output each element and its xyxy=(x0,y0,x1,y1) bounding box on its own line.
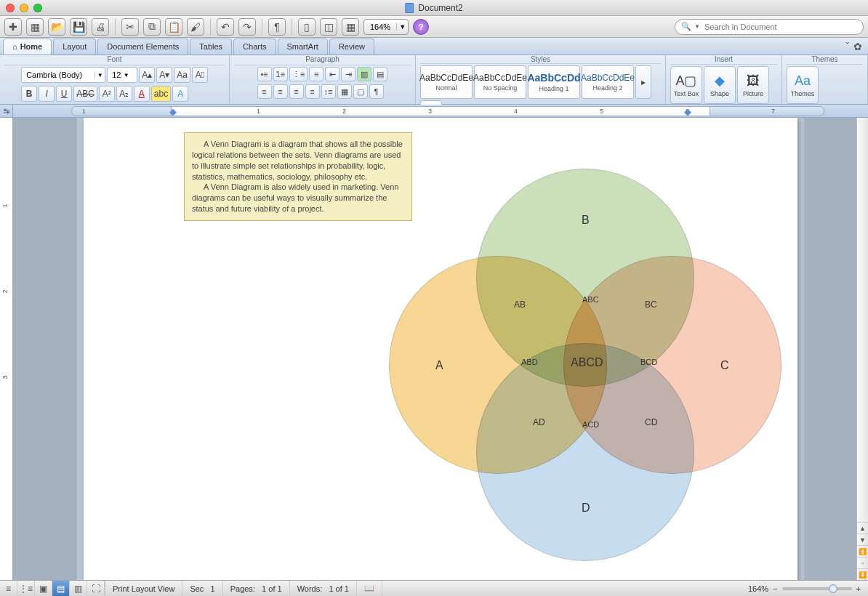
next-page-icon[interactable]: ⏬ xyxy=(857,568,868,580)
print-layout-view-button[interactable]: ▤ xyxy=(52,581,70,596)
chevron-down-icon[interactable]: ▼ xyxy=(694,23,700,30)
horizontal-ruler[interactable]: 1 ◆ 1 2 3 4 5 6 ◆ 7 xyxy=(71,106,824,116)
vertical-scrollbar[interactable]: ▲ ▼ ⏫ ◦ ⏬ xyxy=(856,118,868,580)
align-center-button[interactable]: ≡ xyxy=(273,84,288,99)
zoom-slider-thumb[interactable] xyxy=(829,584,837,593)
tab-review[interactable]: Review xyxy=(329,39,374,55)
minimize-window-icon[interactable] xyxy=(20,4,28,12)
themes-button[interactable]: AaThemes xyxy=(787,66,819,104)
shrink-font-button[interactable]: A▾ xyxy=(156,67,172,83)
borders-button[interactable]: ▢ xyxy=(353,84,368,99)
insert-shape-button[interactable]: ◆Shape xyxy=(704,66,736,104)
zoom-in-button[interactable]: + xyxy=(856,584,861,593)
copy-button[interactable]: ⧉ xyxy=(143,18,161,36)
zoom-window-icon[interactable] xyxy=(33,4,42,12)
zoom-selector[interactable]: 164% ▼ xyxy=(363,19,409,35)
vertical-ruler[interactable]: 1 2 3 xyxy=(0,118,13,580)
new-doc-button[interactable]: ✚ xyxy=(4,18,22,36)
save-button[interactable]: 💾 xyxy=(70,18,87,36)
format-painter-button[interactable]: 🖌 xyxy=(187,18,204,36)
paragraph-marks-button[interactable]: ¶ xyxy=(369,84,384,99)
spellcheck-button[interactable]: 📖 xyxy=(357,581,382,596)
notebook-view-button[interactable]: ▥ xyxy=(70,581,87,596)
cut-button[interactable]: ✂ xyxy=(121,18,139,36)
fullscreen-view-button[interactable]: ⛶ xyxy=(87,581,105,596)
tab-document-elements[interactable]: Document Elements xyxy=(97,39,188,55)
scroll-up-icon[interactable]: ▲ xyxy=(857,522,868,533)
zoom-out-button[interactable]: − xyxy=(773,584,777,593)
tab-tables[interactable]: Tables xyxy=(190,39,232,55)
close-window-icon[interactable] xyxy=(6,4,15,12)
chevron-down-icon[interactable]: ▼ xyxy=(396,23,408,31)
draft-view-button[interactable]: ≡ xyxy=(0,581,17,596)
italic-button[interactable]: I xyxy=(39,86,55,102)
bold-button[interactable]: B xyxy=(21,86,37,102)
strikethrough-button[interactable]: ABC xyxy=(73,86,97,102)
sidebar-button[interactable]: ▯ xyxy=(298,18,316,36)
style-normal[interactable]: AaBbCcDdEeNormal xyxy=(420,65,473,99)
venn-diagram[interactable]: B A C D AB BC CD AD ABC BCD ACD ABD ABCD xyxy=(309,169,716,576)
insert-textbox-button[interactable]: A▢Text Box xyxy=(670,66,702,104)
style-heading-1[interactable]: AaBbCcDdHeading 1 xyxy=(528,65,580,99)
pages-info[interactable]: Pages: 1 of 1 xyxy=(223,581,290,596)
font-size-selector[interactable]: 12▼ xyxy=(107,67,137,83)
style-no-spacing[interactable]: AaBbCcDdEeNo Spacing xyxy=(474,65,526,99)
line-spacing-button[interactable]: ↕≡ xyxy=(321,84,336,99)
help-button[interactable]: ? xyxy=(413,19,429,35)
insert-picture-button[interactable]: 🖼Picture xyxy=(737,66,769,104)
align-text-button[interactable]: ≡ xyxy=(309,67,324,81)
words-info[interactable]: Words: 1 of 1 xyxy=(290,581,357,596)
font-color-button[interactable]: A xyxy=(134,86,150,102)
underline-button[interactable]: U xyxy=(56,86,72,102)
sort-button[interactable]: ▤ xyxy=(373,67,387,81)
prev-page-icon[interactable]: ⏫ xyxy=(857,545,868,557)
highlight-button[interactable]: abc xyxy=(151,86,171,102)
open-button[interactable]: 📂 xyxy=(48,18,65,36)
decrease-indent-button[interactable]: ⇤ xyxy=(325,67,339,81)
page-area[interactable]: A Venn Diagram is a diagram that shows a… xyxy=(13,118,868,580)
styles-more-button[interactable]: ▸ xyxy=(635,65,651,99)
numbering-button[interactable]: 1≡ xyxy=(273,67,289,81)
font-name-selector[interactable]: Cambria (Body)▼ xyxy=(21,67,105,83)
tab-layout[interactable]: Layout xyxy=(53,39,96,55)
search-input[interactable] xyxy=(704,23,857,31)
toolbox-button[interactable]: ◫ xyxy=(320,18,337,36)
superscript-button[interactable]: A² xyxy=(99,86,115,102)
style-heading-2[interactable]: AaBbCcDdEeHeading 2 xyxy=(582,65,634,99)
indent-marker-icon[interactable]: ◆ xyxy=(169,106,177,116)
right-indent-marker-icon[interactable]: ◆ xyxy=(684,106,691,116)
print-button[interactable]: 🖨 xyxy=(92,18,109,36)
publishing-view-button[interactable]: ▣ xyxy=(35,581,52,596)
redo-button[interactable]: ↷ xyxy=(238,18,256,36)
clear-format-button[interactable]: A⃠ xyxy=(192,67,208,83)
document-page[interactable]: A Venn Diagram is a diagram that shows a… xyxy=(84,118,797,580)
search-box[interactable]: 🔍 ▼ xyxy=(675,19,864,35)
tab-smartart[interactable]: SmartArt xyxy=(278,39,328,55)
chevron-down-icon[interactable]: ▼ xyxy=(121,72,131,78)
tab-home[interactable]: ⌂Home xyxy=(3,39,52,55)
chevron-down-icon[interactable]: ▼ xyxy=(95,72,105,78)
outline-view-button[interactable]: ⋮≡ xyxy=(17,581,35,596)
venn-circle-d[interactable] xyxy=(476,343,694,561)
gear-icon[interactable]: ✿ xyxy=(853,41,862,52)
template-button[interactable]: ▦ xyxy=(26,18,44,36)
ruler-corner[interactable]: ↹ xyxy=(0,105,13,118)
shading-button[interactable]: ▦ xyxy=(337,84,352,99)
align-right-button[interactable]: ≡ xyxy=(289,84,304,99)
gallery-button[interactable]: ▦ xyxy=(342,18,359,36)
browse-object-icon[interactable]: ◦ xyxy=(857,557,868,568)
bullets-button[interactable]: •≡ xyxy=(257,67,272,81)
multilevel-button[interactable]: ⋮≡ xyxy=(289,67,308,81)
show-marks-button[interactable]: ¶ xyxy=(268,18,286,36)
increase-indent-button[interactable]: ⇥ xyxy=(341,67,355,81)
zoom-slider[interactable] xyxy=(782,587,852,590)
undo-button[interactable]: ↶ xyxy=(217,18,234,36)
text-effects-button[interactable]: A xyxy=(172,86,188,102)
paste-button[interactable]: 📋 xyxy=(165,18,182,36)
scroll-down-icon[interactable]: ▼ xyxy=(857,533,868,545)
align-left-button[interactable]: ≡ xyxy=(257,84,272,99)
grow-font-button[interactable]: A▴ xyxy=(139,67,155,83)
subscript-button[interactable]: A₂ xyxy=(116,86,132,102)
tab-charts[interactable]: Charts xyxy=(233,39,276,55)
justify-button[interactable]: ≡ xyxy=(305,84,320,99)
